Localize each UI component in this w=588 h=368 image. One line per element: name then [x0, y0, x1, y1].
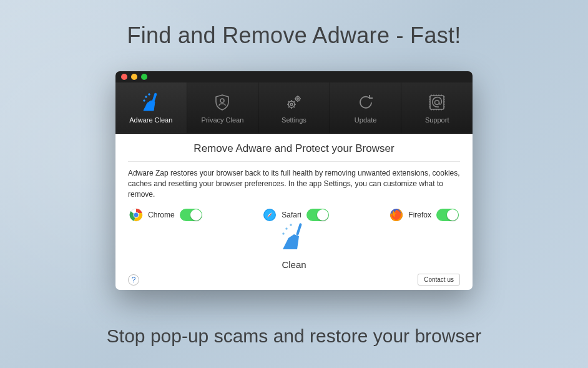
tab-privacy-clean[interactable]: Privacy Clean: [187, 82, 259, 133]
svg-point-7: [295, 96, 300, 101]
browser-label: Firefox: [408, 211, 431, 219]
footer-row: ? Contact us: [128, 274, 460, 286]
marketing-headline-top: Find and Remove Adware - Fast!: [0, 22, 588, 49]
browser-label: Chrome: [148, 211, 175, 219]
svg-rect-0: [152, 93, 157, 102]
broom-icon: [140, 92, 162, 112]
chrome-icon: [129, 208, 143, 222]
content-panel: Remove Adware and Protect your Browser A…: [115, 134, 473, 290]
svg-point-4: [220, 99, 224, 102]
clean-action[interactable]: Clean: [128, 222, 460, 271]
svg-point-19: [290, 224, 292, 226]
browser-safari: Safari: [263, 208, 328, 222]
tab-settings[interactable]: Settings: [258, 82, 330, 133]
panel-description: Adware Zap restores your browser back to…: [128, 168, 460, 199]
tab-label: Settings: [282, 116, 306, 124]
safari-icon: [263, 208, 277, 222]
svg-point-1: [145, 96, 147, 97]
gears-icon: [285, 92, 303, 112]
svg-point-8: [297, 97, 298, 99]
svg-point-6: [290, 103, 293, 106]
tab-label: Adware Clean: [129, 116, 172, 124]
minimize-window-button[interactable]: [131, 74, 137, 80]
svg-point-10: [435, 100, 439, 104]
browser-chrome: Chrome: [129, 208, 202, 222]
clean-label: Clean: [282, 259, 306, 270]
tab-label: Support: [425, 116, 449, 124]
tab-adware-clean[interactable]: Adware Clean: [115, 82, 187, 133]
safari-toggle[interactable]: [306, 209, 329, 221]
close-window-button[interactable]: [121, 74, 127, 80]
firefox-toggle[interactable]: [436, 209, 459, 221]
zoom-window-button[interactable]: [141, 74, 147, 80]
svg-point-13: [134, 213, 139, 217]
toolbar: Adware Clean Privacy Clean Settings Upda…: [115, 82, 473, 134]
tab-label: Update: [355, 116, 376, 124]
tab-support[interactable]: Support: [401, 82, 473, 133]
svg-rect-17: [296, 223, 302, 236]
browser-label: Safari: [282, 211, 301, 219]
firefox-icon: [390, 208, 403, 222]
help-button[interactable]: ?: [128, 274, 139, 286]
broom-large-icon: [278, 222, 310, 254]
svg-point-3: [143, 99, 145, 101]
support-at-icon: [428, 92, 446, 112]
marketing-headline-bottom: Stop pop-up scams and restore your brows…: [0, 326, 588, 347]
tab-update[interactable]: Update: [330, 82, 402, 133]
app-window: Adware Clean Privacy Clean Settings Upda…: [115, 71, 473, 290]
refresh-icon: [356, 92, 375, 112]
svg-point-20: [282, 233, 284, 235]
chrome-toggle[interactable]: [180, 209, 202, 221]
svg-point-2: [148, 93, 150, 95]
browser-row: Chrome Safari Firefox: [128, 208, 460, 222]
panel-title: Remove Adware and Protect your Browser: [128, 142, 460, 162]
tab-label: Privacy Clean: [201, 116, 243, 124]
browser-firefox: Firefox: [390, 208, 459, 222]
svg-point-5: [288, 101, 295, 107]
window-titlebar: [115, 71, 473, 82]
contact-us-button[interactable]: Contact us: [418, 274, 460, 286]
svg-point-18: [285, 228, 287, 230]
privacy-shield-icon: [213, 92, 232, 112]
